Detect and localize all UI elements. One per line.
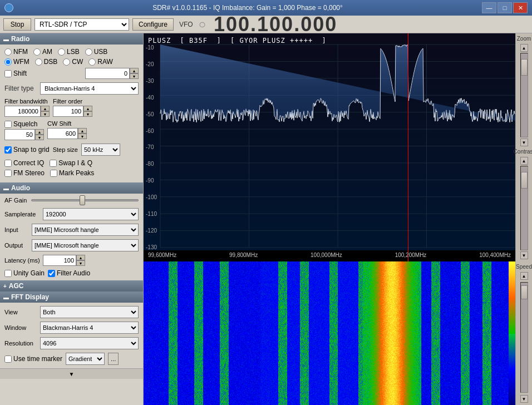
time-marker-checkbox[interactable]: Use time marker bbox=[4, 355, 62, 363]
zoom-track[interactable] bbox=[520, 53, 528, 137]
speed-panel: Speed ▲ ▼ bbox=[515, 261, 532, 405]
mode-cw[interactable]: CW bbox=[63, 58, 83, 66]
filter-type-select[interactable]: Blackman-Harris 4 bbox=[40, 82, 139, 95]
agc-section-header[interactable]: + AGC bbox=[0, 280, 143, 292]
audio-collapse-icon: ▬ bbox=[3, 185, 9, 191]
resolution-row: Resolution 4096 2048 bbox=[4, 337, 139, 349]
frequency-display: 100.100.000 bbox=[214, 13, 337, 36]
mode-usb[interactable]: USB bbox=[85, 48, 108, 56]
shift-down-btn[interactable]: ▼ bbox=[130, 73, 139, 79]
mark-peaks-label: Mark Peaks bbox=[59, 169, 94, 177]
squelch-label: Squelch bbox=[13, 120, 37, 128]
cw-up-btn[interactable]: ▲ bbox=[78, 128, 87, 134]
squelch-input[interactable]: ▲ ▼ bbox=[4, 129, 44, 140]
samplerate-select[interactable]: 192000 96000 48000 bbox=[43, 208, 139, 220]
squelch-down-btn[interactable]: ▼ bbox=[35, 135, 44, 140]
speed-up-btn[interactable]: ▲ bbox=[520, 272, 528, 280]
filter-order-input[interactable]: ▲ ▼ bbox=[53, 106, 92, 117]
latency-label: Latency (ms) bbox=[4, 257, 41, 264]
filter-bw-input[interactable]: ▲ ▼ bbox=[4, 106, 50, 117]
output-select[interactable]: [MME] Microsoft hangle bbox=[32, 239, 139, 251]
gradient-select[interactable]: Gradient bbox=[66, 353, 105, 365]
device-select[interactable]: RTL-SDR / TCP bbox=[35, 18, 129, 31]
zoom-down-btn[interactable]: ▼ bbox=[520, 139, 528, 146]
audio-section-header[interactable]: ▬ Audio bbox=[0, 182, 143, 194]
latency-down-btn[interactable]: ▼ bbox=[76, 260, 85, 266]
contrast-track[interactable] bbox=[520, 166, 528, 250]
filter-audio-checkbox[interactable]: Filter Audio bbox=[48, 269, 90, 277]
fm-stereo-checkbox[interactable]: FM Stereo bbox=[4, 169, 45, 177]
shift-up-btn[interactable]: ▲ bbox=[130, 68, 139, 73]
configure-button[interactable]: Configure bbox=[132, 18, 174, 31]
app-icon bbox=[4, 3, 13, 12]
cw-shift-label: CW Shift bbox=[47, 120, 87, 127]
window-select[interactable]: Blackman-Harris 4 bbox=[40, 322, 139, 334]
unity-gain-checkbox[interactable]: Unity Gain bbox=[4, 269, 45, 277]
resolution-select[interactable]: 4096 2048 bbox=[40, 337, 139, 349]
zoom-label: Zoom bbox=[517, 36, 531, 42]
mark-peaks-checkbox[interactable]: Mark Peaks bbox=[50, 169, 94, 177]
stop-button[interactable]: Stop bbox=[3, 18, 31, 31]
swap-iq-checkbox[interactable]: Swap I & Q bbox=[50, 159, 92, 167]
filter-bw-order-row: Filter bandwidth ▲ ▼ Filter order bbox=[4, 98, 139, 117]
snap-to-grid-checkbox[interactable]: Snap to grid bbox=[4, 146, 50, 154]
contrast-down-btn[interactable]: ▼ bbox=[520, 251, 528, 259]
view-select[interactable]: Both Spectrum Waterfall bbox=[40, 306, 139, 318]
zoom-up-btn[interactable]: ▲ bbox=[520, 44, 528, 52]
color-scale bbox=[509, 261, 515, 405]
spectrum-label2: B35F bbox=[189, 37, 208, 45]
radio-section-body: NFM AM LSB USB WFM DSB bbox=[0, 45, 143, 182]
input-label: Input bbox=[4, 226, 29, 233]
shift-checkbox[interactable]: Shift bbox=[4, 70, 27, 77]
close-button[interactable]: ✕ bbox=[513, 2, 528, 13]
order-down-btn[interactable]: ▼ bbox=[83, 111, 92, 117]
order-up-btn[interactable]: ▲ bbox=[83, 106, 92, 111]
speed-track[interactable] bbox=[520, 282, 528, 393]
fft-collapse-icon: ▬ bbox=[3, 294, 9, 300]
iq-row: Correct IQ Swap I & Q bbox=[4, 159, 139, 167]
mode-raw[interactable]: RAW bbox=[88, 58, 113, 66]
bw-up-btn[interactable]: ▲ bbox=[41, 106, 50, 111]
minimize-button[interactable]: — bbox=[482, 2, 496, 13]
input-select[interactable]: [MME] Microsoft hangle bbox=[32, 224, 139, 236]
view-label: View bbox=[4, 309, 38, 315]
radio-section-header[interactable]: ▬ Radio bbox=[0, 33, 143, 45]
fft-section-header[interactable]: ▬ FFT Display bbox=[0, 292, 143, 303]
contrast-thumb[interactable] bbox=[521, 172, 528, 189]
af-gain-label: AF Gain bbox=[4, 197, 27, 204]
filter-bw-label: Filter bandwidth bbox=[4, 98, 50, 105]
samplerate-row: Samplerate 192000 96000 48000 bbox=[4, 208, 139, 220]
correct-iq-checkbox[interactable]: Correct IQ bbox=[4, 159, 44, 167]
mode-nfm[interactable]: NFM bbox=[4, 48, 28, 56]
mode-am[interactable]: AM bbox=[33, 48, 52, 56]
scroll-down-indicator[interactable]: ▼ bbox=[0, 368, 143, 379]
step-size-select[interactable]: 50 kHz 100 kHz bbox=[81, 144, 120, 156]
bw-down-btn[interactable]: ▼ bbox=[41, 111, 50, 117]
shift-input[interactable]: ▲ ▼ bbox=[85, 68, 139, 79]
squelch-checkbox[interactable]: Squelch bbox=[4, 120, 44, 128]
mode-lsb[interactable]: LSB bbox=[58, 48, 80, 56]
speed-down-btn[interactable]: ▼ bbox=[520, 395, 528, 403]
maximize-button[interactable]: □ bbox=[497, 2, 512, 13]
af-gain-row: AF Gain bbox=[4, 197, 139, 204]
window-row: Window Blackman-Harris 4 bbox=[4, 322, 139, 334]
mode-dsb[interactable]: DSB bbox=[35, 58, 58, 66]
squelch-up-btn[interactable]: ▲ bbox=[35, 129, 44, 135]
radio-collapse-icon: ▬ bbox=[3, 36, 9, 42]
gradient-btn[interactable]: ... bbox=[108, 353, 119, 365]
speed-thumb[interactable] bbox=[521, 285, 528, 299]
cw-down-btn[interactable]: ▼ bbox=[78, 134, 87, 139]
zoom-thumb[interactable] bbox=[521, 59, 528, 76]
contrast-label: Contrast bbox=[514, 149, 532, 155]
af-gain-thumb[interactable] bbox=[80, 195, 85, 205]
time-marker-label: Use time marker bbox=[13, 355, 62, 363]
filter-type-label: Filter type bbox=[4, 85, 38, 92]
cw-shift-input[interactable]: ▲ ▼ bbox=[47, 128, 87, 139]
latency-up-btn[interactable]: ▲ bbox=[76, 255, 85, 260]
toolbar: Stop RTL-SDR / TCP Configure VFO ○ 100.1… bbox=[0, 16, 532, 33]
contrast-up-btn[interactable]: ▲ bbox=[520, 157, 528, 165]
latency-input[interactable]: ▲ ▼ bbox=[43, 255, 85, 266]
mode-wfm[interactable]: WFM bbox=[4, 58, 29, 66]
af-gain-slider[interactable] bbox=[31, 199, 139, 201]
timemarker-gradient-row: Use time marker Gradient ... bbox=[4, 353, 139, 365]
